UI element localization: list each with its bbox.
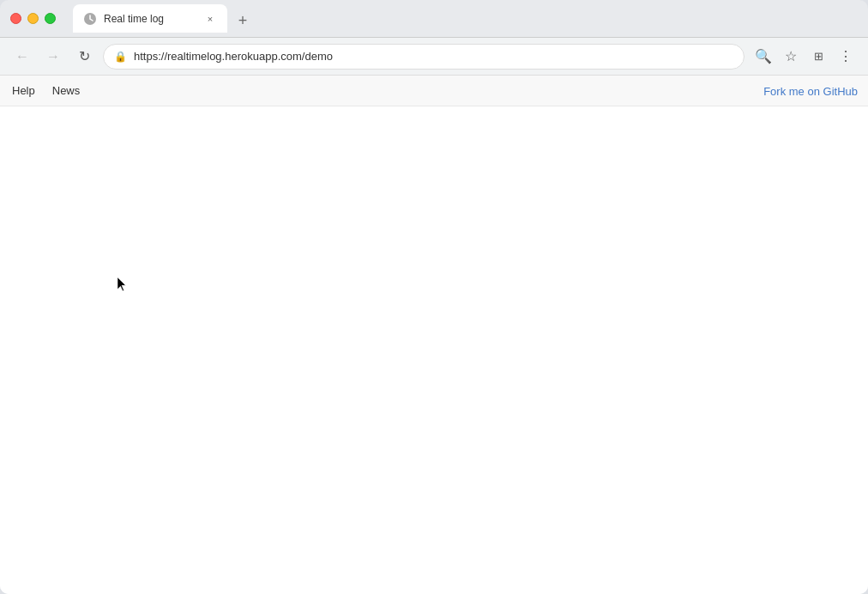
tab-favicon: [83, 12, 97, 26]
app-nav-right: Fork me on GitHub: [763, 83, 858, 99]
maximize-button[interactable]: [45, 13, 56, 24]
new-tab-button[interactable]: +: [231, 9, 255, 33]
search-icon: 🔍: [755, 48, 772, 64]
back-button[interactable]: ←: [10, 45, 34, 69]
extensions-button[interactable]: ⊞: [806, 45, 830, 69]
browser-window: Real time log × + ← → ↻ 🔒 https://realti…: [0, 0, 868, 594]
app-nav: Help News Fork me on GitHub: [0, 76, 868, 106]
url-display: https://realtimelog.herokuapp.com/demo: [134, 50, 733, 63]
menu-button[interactable]: ⋮: [834, 45, 858, 69]
forward-button[interactable]: →: [41, 45, 65, 69]
tab-close-button[interactable]: ×: [203, 12, 217, 26]
help-link[interactable]: Help: [10, 81, 37, 100]
menu-icon: ⋮: [839, 48, 853, 64]
address-bar[interactable]: 🔒 https://realtimelog.herokuapp.com/demo: [103, 44, 744, 70]
tab-bar: Real time log × +: [69, 4, 858, 33]
active-tab[interactable]: Real time log ×: [73, 4, 227, 33]
app-nav-left: Help News: [10, 81, 81, 100]
close-button[interactable]: [10, 13, 21, 24]
search-button[interactable]: 🔍: [751, 45, 775, 69]
traffic-lights: [10, 13, 56, 24]
nav-bar: ← → ↻ 🔒 https://realtimelog.herokuapp.co…: [0, 38, 868, 76]
bookmark-button[interactable]: ☆: [779, 45, 803, 69]
mouse-cursor: [118, 277, 128, 293]
bookmark-icon: ☆: [785, 48, 797, 64]
title-bar: Real time log × +: [0, 0, 868, 38]
lock-icon: 🔒: [114, 51, 127, 63]
nav-tools: 🔍 ☆ ⊞ ⋮: [751, 45, 858, 69]
main-content: [0, 106, 868, 594]
page-content: Help News Fork me on GitHub: [0, 76, 868, 594]
minimize-button[interactable]: [27, 13, 39, 24]
tab-title: Real time log: [104, 13, 196, 25]
fork-github-link[interactable]: Fork me on GitHub: [763, 85, 858, 98]
news-link[interactable]: News: [51, 81, 82, 100]
reload-button[interactable]: ↻: [72, 45, 96, 69]
extensions-icon: ⊞: [814, 50, 823, 63]
